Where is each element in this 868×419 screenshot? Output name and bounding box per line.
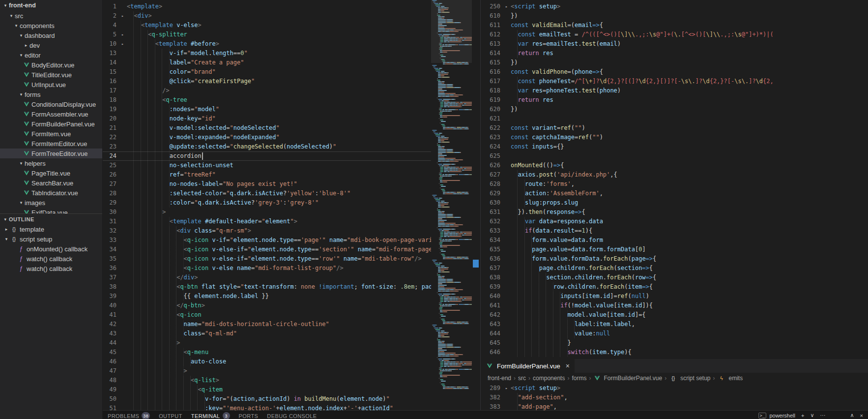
line-number[interactable]: 25 xyxy=(103,161,118,170)
line-number[interactable]: 637 xyxy=(481,264,502,273)
code-line-41[interactable]: 41 <q-icon xyxy=(103,310,431,320)
code-line-625[interactable]: 625 xyxy=(481,151,868,161)
line-number[interactable]: 22 xyxy=(103,133,118,142)
tree-item-searchbar-vue[interactable]: SearchBar.vue xyxy=(0,178,102,188)
line-number[interactable]: 615 xyxy=(481,58,502,67)
line-number[interactable]: 1 xyxy=(103,2,118,11)
code-line-28[interactable]: 28 :selected-color="q.dark.isActive?'yel… xyxy=(103,189,431,198)
code-line-24[interactable]: 24 accordion xyxy=(103,151,431,161)
code-line-31[interactable]: 31 <template #default-header="element"> xyxy=(103,217,431,226)
line-number[interactable]: 644 xyxy=(481,329,502,338)
code-line-623[interactable]: 623const captchaImage=ref("") xyxy=(481,133,868,142)
line-number[interactable]: 15 xyxy=(103,67,118,77)
outline-item-template[interactable]: ▸{}template xyxy=(0,224,102,234)
line-number[interactable]: 34 xyxy=(103,245,118,254)
overview-ruler[interactable] xyxy=(472,0,480,410)
outline-item-watch-callback[interactable]: ƒwatch() callback xyxy=(0,254,102,264)
tree-item-helpers[interactable]: ▾helpers xyxy=(0,158,102,168)
code-line-4[interactable]: 4 <template v-else> xyxy=(103,21,431,30)
code-line-613[interactable]: 613 var res=emailTest.test(email) xyxy=(481,39,868,49)
code-line-630[interactable]: 630 slug:props.slug xyxy=(481,198,868,208)
tree-item-dev[interactable]: ▸dev xyxy=(0,40,102,50)
editor-pane-left[interactable]: 1<template>2▸ <div>4 <template v-else>5▸… xyxy=(103,0,431,410)
breadcrumb-item-src[interactable]: src xyxy=(518,375,526,382)
code-line-47[interactable]: 47 > xyxy=(103,366,431,376)
code-line-26[interactable]: 26 ref="treeRef" xyxy=(103,170,431,180)
editor-right-bottom-code[interactable]: 289▸<script setup>382 "add-section",383 … xyxy=(481,384,868,410)
code-line-620[interactable]: 620}) xyxy=(481,105,868,114)
code-line-35[interactable]: 35 <q-icon v-else-if="element.node.type=… xyxy=(103,254,431,264)
code-line-29[interactable]: 29 :color="q.dark.isActive?'grey-3':'gre… xyxy=(103,198,431,208)
code-line-614[interactable]: 614 return res xyxy=(481,49,868,58)
code-line-612[interactable]: 612 const emailTest = /^(([^<>()[\]\\.,;… xyxy=(481,30,868,39)
tree-item-components[interactable]: ▾components xyxy=(0,21,102,30)
line-number[interactable]: 612 xyxy=(481,30,502,39)
fold-collapsed-icon[interactable]: ▸ xyxy=(118,30,127,39)
code-line-619[interactable]: 619 return res xyxy=(481,95,868,105)
line-number[interactable]: 638 xyxy=(481,273,502,282)
code-line-289[interactable]: 289▸<script setup> xyxy=(481,384,868,393)
code-line-636[interactable]: 636 form.value.formData.forEach(page=>{ xyxy=(481,254,868,264)
tree-item-formbuilderpanel-vue[interactable]: FormBuilderPanel.vue xyxy=(0,119,102,129)
line-number[interactable]: 383 xyxy=(481,402,502,410)
breadcrumb-item-emits[interactable]: ϟemits xyxy=(718,375,743,382)
code-line-383[interactable]: 383 "add-page", xyxy=(481,402,868,410)
code-line-646[interactable]: 646 switch(item.type){ xyxy=(481,348,868,357)
line-number[interactable]: 45 xyxy=(103,348,118,357)
code-line-641[interactable]: 641 if(!model.value[item.id]){ xyxy=(481,301,868,310)
code-line-19[interactable]: 19 :nodes="model" xyxy=(103,105,431,114)
line-number[interactable]: 632 xyxy=(481,217,502,226)
tree-item-formitemeditor-vue[interactable]: FormItemEditor.vue xyxy=(0,139,102,149)
line-number[interactable]: 633 xyxy=(481,226,502,236)
minimap[interactable] xyxy=(431,0,472,410)
code-line-20[interactable]: 20 node-key="id" xyxy=(103,114,431,123)
line-number[interactable]: 623 xyxy=(481,133,502,142)
line-number[interactable]: 613 xyxy=(481,39,502,49)
line-number[interactable]: 640 xyxy=(481,292,502,301)
line-number[interactable]: 26 xyxy=(103,170,118,180)
line-number[interactable]: 634 xyxy=(481,236,502,245)
line-number[interactable]: 14 xyxy=(103,58,118,67)
line-number[interactable]: 614 xyxy=(481,49,502,58)
outline-item-script-setup[interactable]: ▾{}script setup xyxy=(0,234,102,244)
line-number[interactable]: 16 xyxy=(103,77,118,86)
code-line-43[interactable]: 43 class="q-ml-md" xyxy=(103,329,431,338)
editor-pane-right-top[interactable]: 250▸<script setup>610})611const validEma… xyxy=(481,0,868,359)
close-icon[interactable]: × xyxy=(860,413,863,419)
line-number[interactable]: 2 xyxy=(103,11,118,21)
tree-item-dashboard[interactable]: ▾dashboard xyxy=(0,30,102,40)
tree-item-exifdata-vue[interactable]: ExifData.vue xyxy=(0,208,102,213)
outline-item-watch-callback[interactable]: ƒwatch() callback xyxy=(0,264,102,273)
code-line-16[interactable]: 16 @click="createFirstPage" xyxy=(103,77,431,86)
code-line-32[interactable]: 32 <div class="q-mr-sm"> xyxy=(103,226,431,236)
line-number[interactable]: 616 xyxy=(481,67,502,77)
code-line-45[interactable]: 45 <q-menu xyxy=(103,348,431,357)
tree-item-formitem-vue[interactable]: FormItem.vue xyxy=(0,129,102,139)
code-line-39[interactable]: 39 {{ element.node.label }} xyxy=(103,292,431,301)
line-number[interactable]: 30 xyxy=(103,208,118,217)
line-number[interactable]: 36 xyxy=(103,264,118,273)
line-number[interactable]: 21 xyxy=(103,123,118,133)
line-number[interactable]: 44 xyxy=(103,338,118,348)
line-number[interactable]: 37 xyxy=(103,273,118,282)
line-number[interactable]: 17 xyxy=(103,86,118,95)
line-number[interactable]: 635 xyxy=(481,245,502,254)
line-number[interactable]: 38 xyxy=(103,282,118,292)
code-line-621[interactable]: 621 xyxy=(481,114,868,123)
code-line-643[interactable]: 643 label:item.label, xyxy=(481,320,868,329)
line-number[interactable]: 48 xyxy=(103,376,118,385)
code-line-610[interactable]: 610}) xyxy=(481,11,868,21)
code-line-629[interactable]: 629 action:'AssembleForm', xyxy=(481,189,868,198)
fold-collapsed-icon[interactable]: ▸ xyxy=(502,384,511,393)
code-line-40[interactable]: 40 </q-btn> xyxy=(103,301,431,310)
code-line-36[interactable]: 36 <q-icon v-else name="mdi-format-list-… xyxy=(103,264,431,273)
code-line-645[interactable]: 645 } xyxy=(481,338,868,348)
line-number[interactable]: 617 xyxy=(481,77,502,86)
line-number[interactable]: 35 xyxy=(103,254,118,264)
panel-tab-problems[interactable]: PROBLEMS38 xyxy=(108,412,150,419)
tree-item-pagetitle-vue[interactable]: PageTitle.vue xyxy=(0,168,102,178)
line-number[interactable]: 625 xyxy=(481,151,502,161)
line-number[interactable]: 32 xyxy=(103,226,118,236)
code-line-637[interactable]: 637 page.children.forEach(section=>{ xyxy=(481,264,868,273)
line-number[interactable]: 622 xyxy=(481,123,502,133)
